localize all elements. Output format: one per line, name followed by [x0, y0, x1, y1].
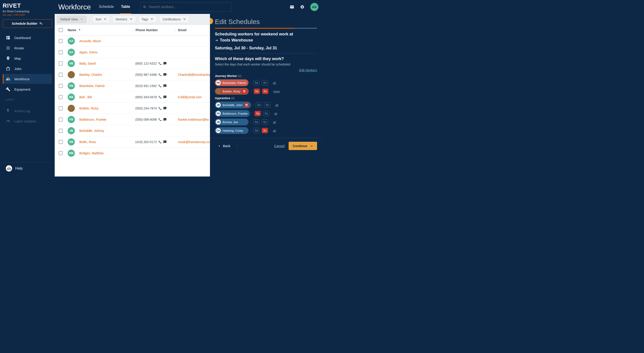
row-checkbox[interactable] — [59, 106, 63, 110]
day-toggle-sa[interactable]: Sa — [253, 128, 260, 133]
row-checkbox[interactable] — [59, 50, 63, 54]
worker-pill[interactable]: Bobbie, Ricky — [215, 88, 249, 95]
phone-icon[interactable] — [158, 107, 162, 110]
phone-icon[interactable] — [158, 84, 162, 88]
message-icon[interactable] — [163, 95, 167, 99]
day-toggle-su[interactable]: Su — [262, 128, 268, 133]
phone-icon[interactable] — [158, 73, 162, 77]
sidebar-item-jobs[interactable]: Jobs — [3, 64, 52, 74]
select-all-link[interactable]: all — [273, 120, 276, 124]
collapse-drawer-button[interactable] — [210, 18, 213, 24]
phone-icon[interactable] — [158, 62, 162, 65]
sidebar-item-roster[interactable]: Roster — [3, 43, 52, 53]
sidebar-item-map[interactable]: Map — [3, 53, 52, 63]
filter-icon — [183, 18, 186, 21]
message-icon[interactable] — [163, 73, 167, 77]
day-toggle-sa[interactable]: Sa — [256, 102, 262, 108]
day-toggle-su[interactable]: Su — [262, 89, 268, 94]
row-checkbox[interactable] — [59, 62, 63, 66]
message-icon[interactable] — [163, 62, 167, 65]
day-toggle-su[interactable]: Su — [262, 119, 268, 125]
phone-cell: (555) 234-7874 — [133, 107, 175, 110]
pill-name: Burrow, Joe — [222, 120, 238, 124]
row-checkbox[interactable] — [59, 118, 63, 122]
list-add-icon — [39, 22, 43, 25]
edit-workers-link[interactable]: Edit Workers — [215, 68, 317, 72]
avatar: RB — [68, 138, 75, 146]
main: Workforce ScheduleTable AA Default View … — [55, 0, 322, 177]
date-range: Saturday, Jul 30 - Sunday, Jul 31 — [215, 46, 317, 53]
view-selector[interactable]: Default View — [57, 16, 86, 23]
sidebar: RIVET for Rivet Contracting dev-app | c3… — [0, 0, 55, 177]
worker-name: Bobbinson, Frankie — [79, 118, 106, 121]
group-label: Journey Worker (2) — [215, 74, 317, 78]
worker-pill[interactable]: CHHawking, Corey — [215, 127, 248, 134]
arrow-right-icon — [215, 39, 218, 42]
pill-name: Bobbinson, Frankie — [222, 112, 248, 115]
select-none-link[interactable]: none — [274, 90, 280, 93]
header-name[interactable]: Name — [68, 28, 133, 32]
worker-pill[interactable]: JBBoGiddle, John — [215, 102, 251, 108]
sidebar-item-action-log[interactable]: Action Log — [3, 106, 52, 116]
back-button[interactable]: Back — [215, 142, 233, 150]
message-icon[interactable] — [163, 84, 167, 88]
select-all-link[interactable]: all — [273, 129, 276, 132]
worker-pill[interactable]: FBBobbinson, Frankie — [215, 110, 250, 117]
header-phone[interactable]: Phone Number — [133, 28, 175, 32]
row-checkbox[interactable] — [59, 151, 63, 155]
avatar: PB — [68, 82, 75, 90]
day-toggle-su[interactable]: Su — [264, 102, 270, 108]
day-toggle-sa[interactable]: Sa — [254, 89, 260, 94]
schedule-builder-label: Schedule Builder — [12, 22, 38, 25]
phone-icon[interactable] — [158, 95, 162, 99]
filter-sort[interactable]: Sort — [92, 16, 110, 23]
tab-schedule[interactable]: Schedule — [98, 0, 115, 14]
user-avatar[interactable]: AA — [310, 3, 318, 11]
filter-workers[interactable]: Workers — [112, 16, 136, 23]
schedule-builder-button[interactable]: Schedule Builder — [3, 19, 52, 28]
row-checkbox[interactable] — [59, 39, 63, 43]
day-toggle-su[interactable]: Su — [263, 111, 269, 116]
day-toggle-su[interactable]: Su — [262, 80, 268, 86]
avatar: FB — [68, 116, 75, 123]
nav-label: Dashboard — [14, 36, 31, 40]
row-checkbox[interactable] — [59, 95, 63, 99]
filter-certifications[interactable]: Certifications — [159, 16, 189, 23]
message-icon[interactable] — [163, 118, 167, 121]
day-toggle-sa[interactable]: Sa — [253, 119, 260, 125]
cancel-button[interactable]: Cancel — [274, 144, 284, 148]
help-row[interactable]: 🤖 Help — [3, 162, 52, 174]
row-checkbox[interactable] — [59, 129, 63, 133]
tab-table[interactable]: Table — [120, 0, 131, 14]
search-input[interactable] — [149, 5, 229, 9]
worker-pill[interactable]: PBBeardslee, Patrick — [215, 79, 248, 86]
row-checkbox[interactable] — [59, 84, 63, 88]
nav-label: Equipment — [14, 88, 30, 91]
search-icon — [143, 5, 146, 9]
select-all-link[interactable]: all — [276, 103, 278, 107]
mail-icon[interactable] — [290, 5, 294, 9]
sidebar-item-equipment[interactable]: Equipment — [3, 84, 52, 94]
phone-icon[interactable] — [158, 118, 162, 121]
filter-tags[interactable]: Tags — [138, 16, 157, 23]
sidebar-item-workforce[interactable]: Workforce — [3, 74, 52, 84]
message-icon[interactable] — [163, 140, 167, 144]
message-icon[interactable] — [163, 107, 167, 110]
continue-button[interactable]: Continue — [288, 142, 317, 150]
row-checkbox[interactable] — [59, 73, 63, 77]
select-all-checkbox[interactable] — [59, 28, 63, 32]
day-toggle-sa[interactable]: Sa — [253, 80, 260, 86]
worker-pill[interactable]: JBBurrow, Joe — [215, 119, 248, 125]
phone-icon[interactable] — [158, 140, 162, 144]
nav-label: Workforce — [14, 77, 30, 81]
day-toggle-sa[interactable]: Sa — [254, 111, 261, 116]
select-all-link[interactable]: all — [273, 81, 276, 85]
gear-icon[interactable] — [300, 5, 304, 9]
select-all-link[interactable]: all — [274, 112, 277, 115]
row-checkbox[interactable] — [59, 140, 63, 144]
search-box[interactable] — [140, 2, 232, 12]
nav-icon — [6, 46, 10, 50]
sidebar-item-labor-updates[interactable]: Labor Updates — [3, 116, 52, 126]
tabs: ScheduleTable — [98, 0, 131, 14]
sidebar-item-dashboard[interactable]: Dashboard — [3, 33, 52, 43]
